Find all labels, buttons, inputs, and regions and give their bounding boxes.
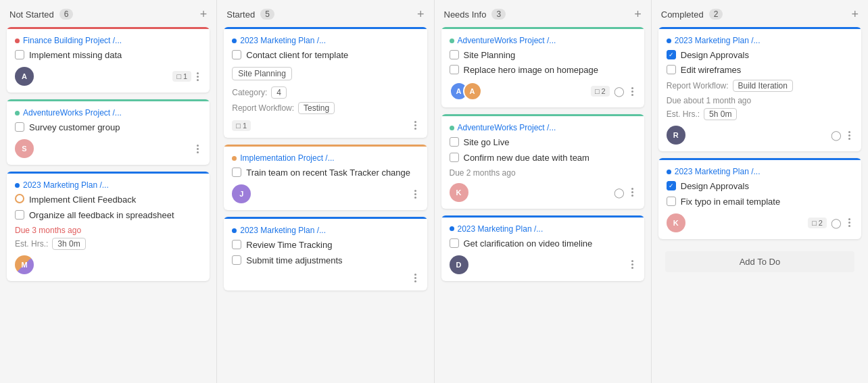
card: 2023 Marketing Plan /... Get clarificati… xyxy=(441,215,644,281)
card-project-name[interactable]: 2023 Marketing Plan /... xyxy=(23,180,109,190)
avatars-group: AA xyxy=(450,82,482,101)
task-checkbox[interactable] xyxy=(450,65,459,74)
card-meta: R xyxy=(667,126,829,145)
card-project: 2023 Marketing Plan /... xyxy=(232,226,418,235)
column-title: Started xyxy=(226,9,255,20)
clock-button[interactable]: ◯ xyxy=(612,84,626,98)
task-checkbox[interactable] xyxy=(232,255,241,265)
est-hrs: Est. Hrs.: 3h 0m xyxy=(15,238,201,250)
card-actions: ◯ xyxy=(829,128,853,142)
card-meta: J xyxy=(232,184,411,203)
task-label: Train team on recent Task Tracker change xyxy=(246,167,410,179)
project-dot xyxy=(15,183,20,188)
project-dot xyxy=(450,226,454,231)
card-task-row: Implement missing data xyxy=(15,49,201,61)
card-actions xyxy=(629,259,636,270)
avatar: J xyxy=(232,184,251,203)
card-meta: K xyxy=(667,213,808,232)
due-text: Due 3 months ago xyxy=(15,226,201,235)
card-field: Category: 4 xyxy=(232,86,418,99)
est-hrs: Est. Hrs.: 5h 0m xyxy=(667,108,853,120)
task-checkbox[interactable] xyxy=(232,50,241,59)
column-count: 3 xyxy=(491,9,506,20)
card-task-row: Confirm new due date with team xyxy=(450,152,636,164)
column-count: 2 xyxy=(709,9,723,20)
card-project-name[interactable]: AdventureWorks Project /... xyxy=(458,123,556,132)
add-todo-button[interactable]: Add To Do xyxy=(665,251,854,272)
card-project: 2023 Marketing Plan /... xyxy=(15,180,201,190)
column-add-button[interactable]: + xyxy=(634,8,642,20)
card-field: Report Workflow: Build Iteration xyxy=(667,80,853,92)
column-title-group: Needs Info 3 xyxy=(444,9,506,20)
task-checkbox[interactable] xyxy=(15,210,24,220)
column-count: 5 xyxy=(260,9,274,20)
card-actions xyxy=(412,120,419,131)
task-checkbox[interactable] xyxy=(667,197,676,206)
task-label: Get clarification on video timeline xyxy=(464,238,593,250)
task-label: Review Time Tracking xyxy=(246,239,332,251)
card-project: Finance Building Project /... xyxy=(15,36,201,45)
circle-icon xyxy=(15,194,24,203)
column-add-button[interactable]: + xyxy=(200,8,208,20)
card: Finance Building Project /... Implement … xyxy=(7,27,210,93)
card-meta: K xyxy=(450,183,612,202)
task-checkbox[interactable] xyxy=(450,137,459,147)
task-checkbox[interactable] xyxy=(232,240,241,249)
more-options-button[interactable] xyxy=(194,143,201,155)
card-project-name[interactable]: 2023 Marketing Plan /... xyxy=(240,36,326,45)
card-project-name[interactable]: 2023 Marketing Plan /... xyxy=(675,36,761,45)
more-options-button[interactable] xyxy=(629,186,636,198)
card-project-name[interactable]: Implementation Project /... xyxy=(240,153,334,163)
more-options-button[interactable] xyxy=(412,120,419,131)
field-value: 4 xyxy=(271,86,287,99)
task-checkbox[interactable] xyxy=(15,122,24,132)
card-project-name[interactable]: 2023 Marketing Plan /... xyxy=(240,226,326,235)
column-needs-info: Needs Info 3 + AdventureWorks Project /.… xyxy=(435,0,652,383)
clock-button[interactable]: ◯ xyxy=(612,186,626,199)
more-options-button[interactable] xyxy=(412,272,419,284)
card-project-name[interactable]: 2023 Marketing Plan /... xyxy=(458,224,544,234)
column-add-button[interactable]: + xyxy=(851,8,859,20)
comment-badge: □ 1 xyxy=(172,71,191,82)
column-add-button[interactable]: + xyxy=(417,8,425,20)
est-hrs-label: Est. Hrs.: xyxy=(667,109,700,119)
card-meta: A xyxy=(15,67,172,86)
card-task-row: Organize all feedback in spreadsheet xyxy=(15,209,201,222)
task-label: Replace hero image on homepage xyxy=(464,64,598,76)
card-project: 2023 Marketing Plan /... xyxy=(450,224,636,234)
card-footer: D xyxy=(450,255,636,274)
card-tag[interactable]: Site Planning xyxy=(232,67,292,80)
card-sub-project-name: Implement Client Feedback xyxy=(29,194,136,206)
card-sub-project-row: Implement Client Feedback xyxy=(15,194,201,206)
card-project-name[interactable]: Finance Building Project /... xyxy=(23,36,122,45)
card: 2023 Marketing Plan /... Implement Clien… xyxy=(7,172,210,280)
more-options-button[interactable] xyxy=(846,217,853,228)
more-options-button[interactable] xyxy=(629,259,636,270)
task-checkbox[interactable] xyxy=(450,153,459,162)
more-options-button[interactable] xyxy=(629,86,636,97)
task-checkbox[interactable] xyxy=(450,238,459,248)
task-label: Survey customer group xyxy=(29,122,120,134)
task-checkbox[interactable] xyxy=(450,50,459,59)
task-checkbox[interactable] xyxy=(667,65,676,74)
card-project-name[interactable]: 2023 Marketing Plan /... xyxy=(675,167,761,176)
card-field: Report Workflow: Testing xyxy=(232,102,418,114)
task-checkbox[interactable] xyxy=(232,168,241,177)
more-options-button[interactable] xyxy=(194,71,201,82)
task-checkbox[interactable] xyxy=(667,181,676,190)
task-label: Submit time adjustments xyxy=(246,255,342,267)
task-checkbox[interactable] xyxy=(667,50,676,59)
clock-button[interactable]: ◯ xyxy=(829,216,843,230)
card-project-name[interactable]: AdventureWorks Project /... xyxy=(23,108,122,118)
card-footer: M xyxy=(15,255,201,274)
more-options-button[interactable] xyxy=(412,188,419,200)
avatar: R xyxy=(667,126,685,145)
more-options-button[interactable] xyxy=(846,130,853,141)
card-meta: AA xyxy=(450,82,591,101)
card-project: 2023 Marketing Plan /... xyxy=(232,36,418,45)
kanban-board: Not Started 6 + Finance Building Project… xyxy=(0,0,868,383)
clock-button[interactable]: ◯ xyxy=(829,128,843,142)
avatar: K xyxy=(667,213,685,232)
card-project-name[interactable]: AdventureWorks Project /... xyxy=(458,36,556,45)
task-checkbox[interactable] xyxy=(15,50,24,59)
